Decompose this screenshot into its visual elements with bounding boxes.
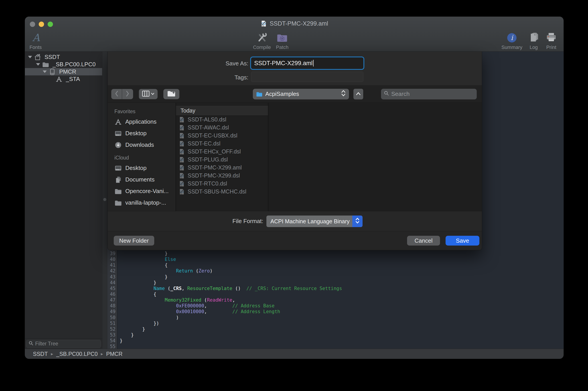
code-text: } — [118, 251, 168, 256]
sidebar-item-opencore-vani-[interactable]: Opencore-Vani... — [108, 186, 176, 197]
aml-document-icon — [179, 157, 185, 163]
file-row[interactable]: SSDT-PLUG.dsl — [176, 156, 268, 164]
text-caret — [313, 60, 314, 67]
location-popup[interactable]: AcpiSamples — [253, 89, 349, 99]
file-name: SSDT-AWAC.dsl — [188, 124, 229, 131]
sidebar-item-documents[interactable]: Documents — [108, 174, 176, 186]
file-row[interactable]: SSDT-RTC0.dsl — [176, 180, 268, 188]
line-number: 44 — [107, 280, 118, 285]
line-number: 51 — [107, 321, 118, 326]
back-button[interactable] — [112, 89, 122, 99]
breadcrumb-segment[interactable]: _SB.PC00.LPC0 — [56, 351, 98, 357]
toolbar-item-compile[interactable]: Compile — [253, 32, 271, 50]
tree-item-label: PMCR — [59, 68, 76, 75]
sidebar-item-label: vanilla-laptop-... — [125, 199, 166, 206]
disclosure-triangle-icon[interactable] — [35, 63, 41, 66]
new-folder-button[interactable]: New Folder — [114, 236, 154, 246]
patch-icon — [277, 32, 288, 43]
tags-input[interactable] — [251, 72, 363, 82]
toolbar-item-fonts[interactable]: AFonts — [29, 32, 42, 50]
view-mode-button[interactable] — [139, 89, 158, 99]
status-breadcrumb: SSDT▸_SB.PC00.LPC0▸PMCR — [25, 349, 564, 359]
popup-stepper-icon — [352, 215, 362, 227]
sidebar-item-applications[interactable]: Applications — [108, 116, 176, 128]
sidebar-item-label: Applications — [125, 118, 156, 125]
fonts-icon: A — [30, 32, 41, 43]
new-folder-icon-button[interactable] — [163, 89, 179, 99]
sidebar-item-desktop[interactable]: Desktop — [108, 162, 176, 174]
toolbar-item-label: Print — [546, 44, 556, 50]
code-text: ) — [118, 315, 179, 320]
line-number: 53 — [107, 332, 118, 338]
svg-text:A: A — [32, 32, 40, 43]
toolbar-item-label: Summary — [501, 44, 522, 50]
search-input[interactable]: Search — [381, 89, 477, 99]
toolbar-item-label: Fonts — [29, 44, 42, 50]
line-number: 50 — [107, 315, 118, 320]
sidebar-splitter[interactable] — [102, 52, 107, 349]
line-number: 49 — [107, 309, 118, 314]
file-row[interactable]: SSDT-EC-USBX.dsl — [176, 132, 268, 140]
breadcrumb-segment[interactable]: PMCR — [106, 351, 123, 357]
file-row[interactable]: SSDT-EHCx_OFF.dsl — [176, 148, 268, 156]
forward-button[interactable] — [122, 89, 133, 99]
code-text: 0xFE000000, // Address Base — [118, 303, 274, 308]
location-value: AcpiSamples — [265, 91, 299, 98]
code-line: 52 } — [107, 326, 564, 332]
sidebar-item-label: Desktop — [125, 165, 146, 172]
file-row[interactable]: SSDT-PMC-X299.aml — [176, 164, 268, 172]
save-form: Save As: SSDT-PMC-X299.aml Tags: — [108, 52, 482, 85]
tree-item-_sb.pc00.lpc0[interactable]: _SB.PC00.LPC0 — [25, 61, 102, 68]
code-line: 41 { — [107, 262, 564, 268]
code-line: 49 0x00010000, // Address Length — [107, 309, 564, 314]
file-name: SSDT-PMC-X299.aml — [188, 164, 242, 171]
tree-item-ssdt[interactable]: SSDT — [25, 53, 102, 61]
save-button[interactable]: Save — [446, 236, 479, 246]
splitter-handle[interactable] — [103, 198, 106, 201]
code-line: 54} — [107, 338, 564, 344]
disclosure-triangle-icon[interactable] — [42, 71, 48, 73]
folder-gray-icon — [115, 199, 122, 207]
file-name: SSDT-RTC0.dsl — [188, 180, 227, 187]
acpi-tree-sidebar: SSDT_SB.PC00.LPC0PMCR_STA Filter Tree — [25, 52, 102, 349]
line-number: 45 — [107, 286, 118, 291]
filter-tree-input[interactable]: Filter Tree — [26, 340, 101, 348]
nav-group — [111, 89, 133, 99]
up-directory-button[interactable] — [353, 89, 363, 99]
line-number: 41 — [107, 262, 118, 268]
chevron-down-icon — [151, 92, 154, 96]
breadcrumb-separator: ▸ — [101, 351, 103, 357]
file-row[interactable]: SSDT-AWAC.dsl — [176, 124, 268, 132]
file-row[interactable]: SSDT-SBUS-MCHC.dsl — [176, 188, 268, 196]
applications-icon — [115, 118, 122, 126]
save-as-value: SSDT-PMC-X299.aml — [254, 60, 313, 67]
toolbar-item-log[interactable]: Log — [528, 32, 539, 50]
sidebar-item-downloads[interactable]: Downloads — [108, 139, 176, 151]
maciasl-window: SSDT-PMC-X299.aml AFontsCompilePatchiSum… — [25, 17, 564, 359]
file-row[interactable]: SSDT-PMC-X299.dsl — [176, 172, 268, 180]
sidebar-item-label: Downloads — [125, 141, 154, 148]
toolbar-item-label: Compile — [253, 44, 271, 50]
file-format-popup[interactable]: ACPI Machine Language Binary — [266, 215, 362, 227]
sidebar-item-vanilla-laptop-[interactable]: vanilla-laptop-... — [108, 197, 176, 209]
cancel-button[interactable]: Cancel — [407, 236, 440, 246]
blue-folder-icon — [256, 91, 263, 98]
breadcrumb-segment[interactable]: SSDT — [33, 351, 48, 357]
tree-item-pmcr[interactable]: PMCR — [25, 68, 102, 75]
file-format-value: ACPI Machine Language Binary — [270, 218, 350, 225]
tree-item-_sta[interactable]: _STA — [25, 75, 102, 83]
file-row[interactable]: SSDT-EC.dsl — [176, 140, 268, 148]
aml-document-icon — [179, 149, 185, 155]
code-text: }) — [118, 321, 159, 326]
toolbar-item-print[interactable]: Print — [546, 32, 557, 50]
save-as-input[interactable]: SSDT-PMC-X299.aml — [251, 57, 363, 69]
sidebar-item-desktop[interactable]: Desktop — [108, 128, 176, 139]
device-icon — [48, 68, 56, 75]
file-row[interactable]: SSDT-ALS0.dsl — [176, 116, 268, 124]
toolbar-item-summary[interactable]: iSummary — [501, 32, 522, 50]
toolbar-item-patch[interactable]: Patch — [276, 32, 288, 50]
file-browser: FavoritesApplicationsDesktopDownloadsiCl… — [108, 103, 482, 211]
code-line: 46 { — [107, 291, 564, 297]
aml-document-icon — [179, 189, 185, 195]
disclosure-triangle-icon[interactable] — [27, 56, 33, 58]
